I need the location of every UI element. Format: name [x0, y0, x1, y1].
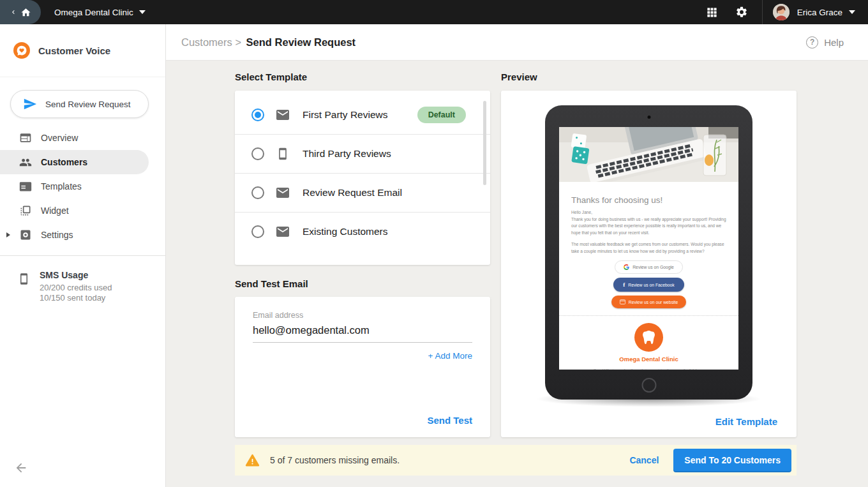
- template-option-label: Existing Customers: [303, 226, 388, 237]
- sidebar-menu: Overview Customers Templates Widget S: [0, 126, 165, 247]
- phone-icon: [18, 269, 30, 303]
- send-test-email-title: Send Test Email: [235, 278, 308, 289]
- main-area: Customers > Send Review Request ? Help S…: [166, 24, 868, 487]
- sidebar-item-label: Customers: [41, 157, 87, 167]
- sms-sent-today: 10/150 sent today: [40, 293, 112, 303]
- test-email-input[interactable]: [253, 320, 472, 343]
- email-icon: [275, 185, 290, 200]
- sms-usage-block: SMS Usage 20/200 credits used 10/150 sen…: [0, 256, 165, 303]
- collapse-sidebar-button[interactable]: [14, 461, 28, 477]
- send-test-button[interactable]: Send Test: [427, 415, 472, 426]
- overview-icon: [19, 131, 32, 144]
- email-unsubscribe-line[interactable]: If you'd like to unsubscribe and stop re…: [594, 368, 703, 370]
- sidebar-item-label: Templates: [41, 181, 82, 191]
- radio-selected[interactable]: [251, 109, 264, 121]
- customers-icon: [19, 156, 32, 169]
- sms-credits-used: 20/200 credits used: [40, 283, 112, 292]
- google-icon: [624, 264, 629, 270]
- account-name: Omega Dental Clinic: [54, 8, 133, 17]
- sidebar-item-label: Settings: [41, 230, 73, 240]
- select-template-title: Select Template: [235, 71, 307, 82]
- template-list-card: First Party Reviews Default Third Party …: [235, 91, 490, 265]
- send-review-request-button[interactable]: Send Review Request: [10, 90, 149, 118]
- warning-icon: [244, 453, 260, 468]
- sidebar-item-widget[interactable]: Widget: [0, 199, 165, 223]
- chevron-down-icon: [849, 10, 855, 14]
- page-title: Send Review Request: [246, 36, 355, 48]
- sidebar-item-label: Overview: [41, 133, 78, 143]
- template-option-existing-customers[interactable]: Existing Customers: [235, 212, 490, 251]
- customer-voice-logo-icon: [13, 42, 30, 59]
- review-google-button[interactable]: Review us on Google: [615, 260, 683, 274]
- user-name: Erica Grace: [797, 8, 842, 17]
- radio-unselected[interactable]: [251, 186, 264, 199]
- sidebar-item-customers[interactable]: Customers: [0, 150, 149, 174]
- settings-icon: [19, 229, 32, 241]
- help-icon: ?: [806, 36, 818, 49]
- chevron-left-icon: [10, 8, 17, 16]
- email-greeting: Hello Jane,: [571, 210, 592, 214]
- breadcrumb: Customers > Send Review Request: [181, 36, 355, 49]
- browser-window-icon: [620, 299, 625, 304]
- template-option-third-party[interactable]: Third Party Reviews: [235, 134, 490, 173]
- review-website-button[interactable]: Review us on our website: [611, 296, 686, 308]
- send-test-email-card: Email address + Add More Send Test: [235, 297, 490, 437]
- topbar-divider: [762, 0, 763, 24]
- sidebar-item-label: Widget: [41, 206, 69, 216]
- footer-action-bar: 5 of 7 customers missing emails. Cancel …: [235, 445, 797, 476]
- review-facebook-button[interactable]: f Review us on Facebook: [613, 278, 684, 292]
- tooth-logo-icon: [634, 323, 663, 352]
- content: Select Template First Party Reviews Defa…: [166, 61, 868, 487]
- preview-title: Preview: [501, 71, 537, 82]
- email-heading: Thanks for choosing us!: [571, 195, 726, 205]
- email-hero-image: [559, 127, 738, 182]
- send-to-customers-button[interactable]: Send To 20 Customers: [673, 449, 791, 472]
- product-name: Customer Voice: [38, 45, 110, 56]
- template-option-label: First Party Reviews: [303, 109, 388, 121]
- phone-icon: [275, 146, 290, 161]
- review-website-label: Review us on our website: [629, 300, 678, 304]
- default-badge: Default: [417, 107, 466, 123]
- email-icon: [275, 224, 290, 239]
- help-button[interactable]: ? Help: [806, 36, 844, 49]
- breadcrumb-separator: >: [235, 36, 241, 48]
- template-option-review-request-email[interactable]: Review Request Email: [235, 173, 490, 212]
- home-icon: [20, 7, 31, 18]
- template-option-label: Review Request Email: [303, 187, 402, 199]
- sidebar-item-settings[interactable]: Settings: [0, 223, 165, 247]
- home-button[interactable]: [0, 0, 41, 24]
- templates-icon: [19, 180, 32, 193]
- edit-template-link[interactable]: Edit Template: [715, 416, 777, 427]
- page-header: Customers > Send Review Request ? Help: [166, 24, 868, 61]
- radio-unselected[interactable]: [251, 225, 264, 238]
- template-option-first-party[interactable]: First Party Reviews Default: [235, 95, 490, 134]
- send-icon: [23, 97, 37, 111]
- preview-card: Thanks for choosing us! Hello Jane, Than…: [501, 91, 797, 437]
- gear-icon[interactable]: [735, 6, 748, 19]
- sidebar: Customer Voice Send Review Request Overv…: [0, 24, 166, 487]
- add-more-link[interactable]: + Add More: [253, 351, 472, 361]
- scrollbar-thumb[interactable]: [483, 101, 486, 185]
- cancel-button[interactable]: Cancel: [629, 455, 659, 465]
- tablet-home-button: [641, 378, 656, 393]
- avatar: [773, 4, 789, 20]
- review-google-label: Review us on Google: [632, 265, 674, 269]
- email-paragraph-1: Thank you for doing business with us - w…: [571, 217, 726, 235]
- chevron-down-icon: [139, 10, 146, 14]
- widget-icon: [19, 204, 32, 217]
- radio-unselected[interactable]: [251, 147, 264, 160]
- email-paragraph-2: The most valuable feedback we get comes …: [571, 241, 726, 255]
- tablet-camera: [647, 116, 650, 119]
- email-field-label: Email address: [253, 311, 472, 320]
- email-divider: [559, 315, 738, 316]
- user-menu[interactable]: Erica Grace: [773, 4, 855, 20]
- sidebar-item-templates[interactable]: Templates: [0, 174, 165, 199]
- breadcrumb-parent[interactable]: Customers: [181, 36, 232, 48]
- review-facebook-label: Review us on Facebook: [628, 283, 675, 287]
- sidebar-item-overview[interactable]: Overview: [0, 126, 165, 150]
- apps-grid-icon[interactable]: [706, 6, 718, 19]
- template-option-label: Third Party Reviews: [303, 148, 391, 160]
- account-switcher[interactable]: Omega Dental Clinic: [54, 8, 146, 17]
- expand-caret-icon[interactable]: [6, 232, 10, 237]
- help-label: Help: [824, 37, 844, 48]
